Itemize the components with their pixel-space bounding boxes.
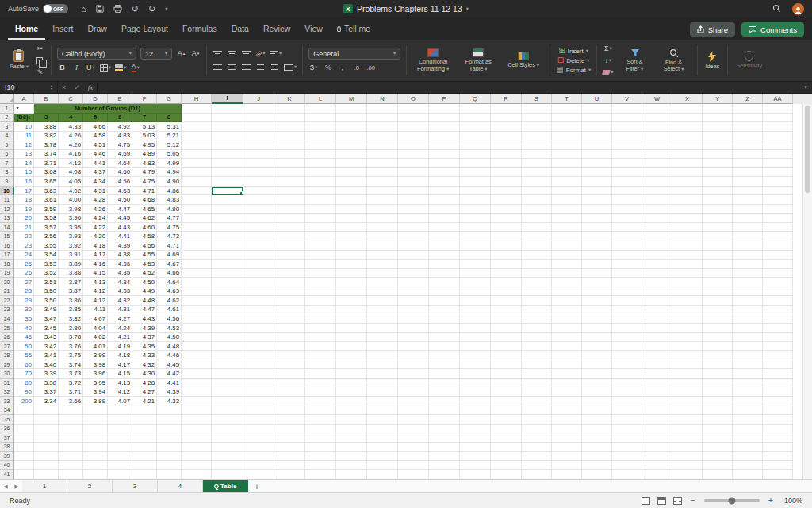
cell-L1[interactable]	[305, 104, 336, 114]
cell-W11[interactable]	[642, 195, 672, 205]
cell-U11[interactable]	[582, 195, 612, 205]
cell-B39[interactable]	[34, 452, 59, 461]
cell-N35[interactable]	[367, 415, 398, 425]
cell-X3[interactable]	[672, 122, 703, 132]
cell-J8[interactable]	[243, 168, 274, 178]
cell-B34[interactable]	[34, 406, 59, 416]
vertical-scrollbar[interactable]	[802, 104, 812, 479]
cell-X25[interactable]	[672, 324, 703, 333]
cell-G15[interactable]: 4.73	[157, 232, 182, 241]
cell-N33[interactable]	[367, 397, 398, 406]
cell-K37[interactable]	[274, 433, 305, 443]
cell-AA1[interactable]	[763, 104, 793, 114]
cell-G24[interactable]: 4.56	[157, 314, 182, 324]
cell-B29[interactable]: 3.40	[34, 360, 59, 370]
cell-H40[interactable]	[182, 461, 212, 471]
normal-view-icon[interactable]	[642, 497, 650, 505]
cell-X17[interactable]	[672, 251, 703, 260]
cell-Y35[interactable]	[703, 415, 733, 425]
cell-O1[interactable]	[398, 104, 429, 114]
cell-V31[interactable]	[612, 379, 642, 388]
cell-R5[interactable]	[491, 140, 522, 150]
cell-AA18[interactable]	[763, 260, 793, 269]
cell-K13[interactable]	[274, 214, 305, 223]
cell-L25[interactable]	[305, 324, 336, 333]
cell-J19[interactable]	[243, 269, 274, 279]
cell-B18[interactable]: 3.53	[34, 260, 59, 269]
cell-Q31[interactable]	[460, 379, 491, 388]
cell-B28[interactable]: 3.41	[34, 351, 59, 360]
cell-X27[interactable]	[672, 342, 703, 352]
cell-U22[interactable]	[582, 296, 612, 306]
cell-X7[interactable]	[672, 159, 703, 168]
cell-C2[interactable]: 4	[59, 114, 83, 123]
sheet-nav-left-icon[interactable]: ◀	[0, 480, 11, 492]
row-header-11[interactable]: 11	[0, 195, 14, 205]
cell-O5[interactable]	[398, 140, 429, 150]
cell-I29[interactable]	[212, 360, 243, 370]
formula-bar-expand-icon[interactable]: ▾	[799, 84, 812, 90]
cell-Y11[interactable]	[703, 195, 733, 205]
row-header-7[interactable]: 7	[0, 159, 14, 168]
cell-D6[interactable]: 4.46	[83, 150, 108, 160]
undo-icon[interactable]: ↺	[132, 5, 139, 13]
cell-J2[interactable]	[243, 114, 274, 123]
cell-I1[interactable]	[212, 104, 243, 114]
cell-P5[interactable]	[429, 140, 460, 150]
cell-W27[interactable]	[642, 342, 672, 352]
cell-R33[interactable]	[491, 397, 522, 406]
cell-Z32[interactable]	[733, 387, 763, 397]
cell-R2[interactable]	[491, 114, 522, 123]
cell-K36[interactable]	[274, 425, 305, 434]
cell-C36[interactable]	[59, 425, 83, 434]
cell-G16[interactable]: 4.71	[157, 241, 182, 251]
cell-T20[interactable]	[552, 278, 582, 287]
cell-S38[interactable]	[522, 443, 552, 452]
cell-I8[interactable]	[212, 168, 243, 178]
cell-A16[interactable]: 23	[14, 241, 34, 251]
row-header-6[interactable]: 6	[0, 150, 14, 160]
cell-B27[interactable]: 3.42	[34, 342, 59, 352]
cell-O10[interactable]	[398, 187, 429, 196]
cell-F35[interactable]	[132, 415, 157, 425]
cell-V22[interactable]	[612, 296, 642, 306]
cell-F4[interactable]: 5.03	[132, 132, 157, 141]
cell-R9[interactable]	[491, 177, 522, 187]
cell-AA37[interactable]	[763, 433, 793, 443]
cell-U32[interactable]	[582, 387, 612, 397]
cell-N34[interactable]	[367, 406, 398, 416]
cell-D34[interactable]	[83, 406, 108, 416]
cell-N40[interactable]	[367, 461, 398, 471]
cell-I17[interactable]	[212, 251, 243, 260]
cell-AA5[interactable]	[763, 140, 793, 150]
cell-J14[interactable]	[243, 223, 274, 233]
cell-I40[interactable]	[212, 461, 243, 471]
cell-N2[interactable]	[367, 114, 398, 123]
cell-N27[interactable]	[367, 342, 398, 352]
cell-X4[interactable]	[672, 132, 703, 141]
cell-J3[interactable]	[243, 122, 274, 132]
row-header-29[interactable]: 29	[0, 360, 14, 370]
cell-N39[interactable]	[367, 452, 398, 461]
cell-O41[interactable]	[398, 470, 429, 479]
cell-E28[interactable]: 4.18	[108, 351, 132, 360]
cell-M7[interactable]	[336, 159, 367, 168]
cell-F38[interactable]	[132, 443, 157, 452]
font-color-button[interactable]: A▾	[130, 63, 140, 73]
cell-L19[interactable]	[305, 269, 336, 279]
cell-G9[interactable]: 4.90	[157, 177, 182, 187]
cell-E6[interactable]: 4.69	[108, 150, 132, 160]
cell-V6[interactable]	[612, 150, 642, 160]
cell-M2[interactable]	[336, 114, 367, 123]
cell-X34[interactable]	[672, 406, 703, 416]
cell-D18[interactable]: 4.16	[83, 260, 108, 269]
align-bottom-button[interactable]	[241, 48, 251, 59]
cell-H35[interactable]	[182, 415, 212, 425]
cell-A38[interactable]	[14, 443, 34, 452]
cell-M17[interactable]	[336, 251, 367, 260]
cell-N6[interactable]	[367, 150, 398, 160]
cell-D21[interactable]: 4.12	[83, 287, 108, 297]
cell-C22[interactable]: 3.86	[59, 296, 83, 306]
sheet-tab-2[interactable]: 2	[67, 480, 113, 492]
cell-S36[interactable]	[522, 425, 552, 434]
